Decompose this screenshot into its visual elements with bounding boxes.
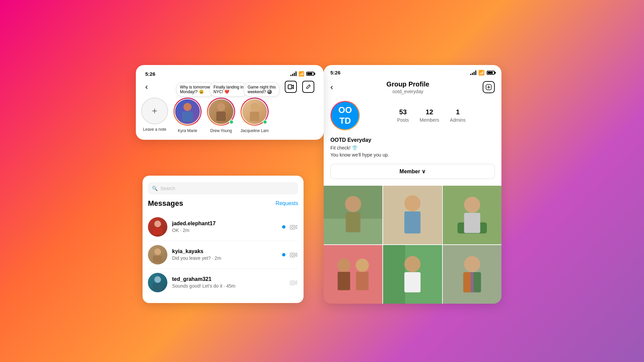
group-title-wrap: Group Profile ootd_everyday [333, 80, 483, 94]
wifi-icon-right: 📶 [478, 70, 485, 76]
story-item-kyra[interactable]: Why is tomorrowMonday!? 😩 [173, 98, 202, 133]
messages-panel: 🔍 Search Messages Requests jaded.elephan… [143, 176, 304, 303]
svg-point-32 [337, 259, 351, 272]
svg-rect-0 [288, 85, 292, 89]
jaded-preview: OK · 2m [172, 228, 277, 233]
back-button[interactable]: ‹ [145, 82, 148, 92]
kyra-name: Kyra Marie [178, 128, 197, 133]
bio-line-1: Fit check! 👕 [330, 145, 358, 150]
group-avatar-text-1: OO [338, 105, 352, 115]
group-avatar-inner: OO TD [331, 102, 359, 129]
group-title: Group Profile [333, 80, 483, 88]
photo-cell-5[interactable] [383, 245, 442, 304]
svg-rect-33 [338, 272, 350, 290]
stories-row: + Leave a note Why is tomorrowMonday!? 😩 [141, 98, 318, 133]
members-count: 12 [426, 108, 433, 116]
ted-actions [289, 278, 298, 287]
group-bio-text: Fit check! 👕 You know we'll hype you up. [330, 144, 495, 159]
photo-grid [324, 186, 501, 304]
kyia-unread-dot [282, 253, 285, 256]
status-icons-left: 📶 [290, 71, 314, 76]
jacqueline-name: Jacqueline Lam [240, 128, 269, 133]
kyia-camera-icon[interactable] [289, 250, 298, 259]
add-member-button[interactable] [483, 81, 495, 93]
search-bar[interactable]: 🔍 Search [148, 182, 298, 194]
drew-name: Drew Young [210, 128, 232, 133]
ted-camera-icon[interactable] [289, 278, 298, 287]
posts-label: Posts [397, 117, 409, 123]
left-phone: 5:26 📶 ‹ okay [143, 65, 304, 303]
svg-point-22 [345, 196, 361, 212]
stat-members: 12 Members [420, 108, 439, 123]
photo-2-image [383, 186, 442, 244]
jaded-avatar [148, 217, 167, 237]
ted-preview: Sounds good! Let's do it · 45m [172, 283, 284, 289]
photo-cell-3[interactable] [443, 186, 501, 244]
story-item-jacqueline[interactable]: Game night thisweekend? 🎱 [240, 98, 269, 133]
jaded-avatar-image [152, 219, 164, 235]
group-stats: 53 Posts 12 Members 1 Admins [368, 108, 495, 123]
battery-icon [306, 72, 314, 76]
group-avatar: OO TD [330, 101, 360, 130]
photo-3-image [443, 186, 501, 244]
kyia-preview: Did you leave yet? · 2m [172, 255, 277, 261]
jaded-camera-icon[interactable] [289, 222, 298, 232]
admins-label: Admins [450, 117, 466, 123]
message-item-jaded[interactable]: jaded.elephant17 OK · 2m [148, 213, 298, 241]
photo-cell-6[interactable] [443, 245, 501, 304]
compose-button[interactable] [302, 81, 314, 93]
group-profile-card: 5:26 📶 ‹ Grou [324, 65, 501, 304]
svg-rect-23 [346, 212, 361, 232]
svg-rect-12 [153, 256, 162, 262]
requests-link[interactable]: Requests [275, 200, 298, 206]
jacqueline-note: Game night thisweekend? 🎱 [244, 82, 279, 97]
kyra-avatar-ring [173, 98, 202, 126]
jaded-username: jaded.elephant17 [172, 221, 277, 227]
story-item-drew[interactable]: Finally landing inNYC! ❤️ [207, 98, 235, 133]
svg-rect-6 [250, 112, 259, 121]
kyia-info: kyia_kayaks Did you leave yet? · 2m [172, 248, 277, 261]
video-call-button[interactable] [285, 81, 297, 93]
status-icons-right: 📶 [470, 70, 495, 76]
story-item-add[interactable]: + Leave a note [141, 98, 168, 133]
message-item-kyia[interactable]: kyia_kayaks Did you leave yet? · 2m [148, 241, 298, 268]
svg-point-3 [217, 103, 225, 111]
time-left: 5:26 [145, 71, 155, 77]
svg-rect-13 [290, 253, 295, 257]
photo-cell-4[interactable] [324, 245, 382, 304]
jacqueline-avatar-image [247, 102, 262, 122]
svg-rect-43 [463, 272, 471, 292]
group-avatar-text-2: TD [339, 116, 351, 126]
photo-1-image [324, 186, 382, 244]
svg-point-7 [154, 221, 161, 227]
right-phone: 5:26 📶 ‹ Grou [324, 65, 501, 304]
add-note-button[interactable]: + [141, 98, 168, 124]
drew-avatar-image [214, 102, 228, 122]
svg-point-38 [405, 256, 421, 272]
jaded-unread-dot [282, 225, 285, 229]
notes-stories-panel: 5:26 📶 ‹ okay [136, 65, 324, 140]
photo-cell-1[interactable] [324, 186, 382, 244]
member-button[interactable]: Member ∨ [330, 164, 495, 179]
jacqueline-online-indicator [263, 120, 267, 124]
svg-point-14 [291, 254, 293, 256]
search-icon: 🔍 [152, 186, 158, 191]
photo-6-image [443, 245, 501, 304]
members-label: Members [420, 117, 439, 123]
svg-rect-2 [182, 112, 193, 122]
message-item-ted[interactable]: ted_graham321 Sounds good! Let's do it ·… [148, 269, 298, 296]
svg-rect-31 [324, 245, 382, 304]
jaded-actions [282, 222, 298, 232]
svg-point-11 [154, 248, 161, 255]
svg-rect-17 [290, 281, 295, 285]
svg-point-41 [464, 256, 480, 272]
ted-avatar-image [152, 275, 164, 290]
photo-cell-2[interactable] [383, 186, 442, 244]
svg-rect-30 [464, 213, 480, 233]
svg-point-29 [464, 197, 480, 213]
svg-rect-4 [216, 112, 226, 121]
group-back-button[interactable]: ‹ [330, 82, 333, 92]
svg-point-15 [154, 276, 161, 283]
nav-icons [285, 81, 314, 93]
group-header: ‹ Group Profile ootd_everyday [324, 76, 501, 94]
